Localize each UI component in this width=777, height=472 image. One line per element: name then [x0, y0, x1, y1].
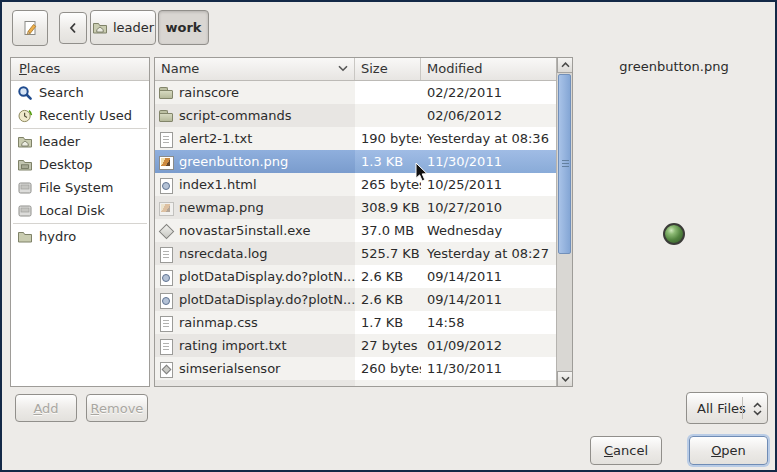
executable-file-icon: [158, 223, 174, 239]
sort-descending-icon: [338, 65, 348, 72]
html-file-icon: [158, 177, 174, 193]
column-header-name[interactable]: Name: [155, 58, 355, 80]
file-type-filter-combo[interactable]: All Files: [686, 392, 768, 424]
type-filename-toggle-button[interactable]: [12, 10, 48, 46]
open-button[interactable]: Open: [689, 436, 768, 465]
file-row[interactable]: rainmap.css 1.7 KB 14:58: [155, 311, 558, 334]
scroll-up-button[interactable]: [557, 58, 573, 73]
sidebar-item-recently-used[interactable]: Recently Used: [11, 104, 149, 127]
sidebar-item-label: Search: [39, 85, 84, 100]
file-row-selected[interactable]: greenbutton.png 1.3 KB 11/30/2011: [155, 150, 558, 173]
mouse-cursor-icon: [415, 162, 429, 183]
file-row[interactable]: rainscore 02/22/2011: [155, 81, 558, 104]
file-list-panel: Name Size Modified rainscore 02/22/2011 …: [154, 57, 573, 387]
column-header-modified[interactable]: Modified: [421, 58, 558, 80]
file-chooser-dialog: leader work Places Search Recently Used: [0, 0, 777, 472]
sidebar-item-leader-home[interactable]: leader: [11, 130, 149, 153]
chevron-down-icon: [561, 376, 570, 382]
chevron-left-icon: [67, 21, 79, 35]
home-folder-icon: [17, 134, 33, 150]
folder-icon: [158, 108, 174, 124]
sidebar-item-file-system[interactable]: File System: [11, 176, 149, 199]
image-file-icon: [158, 154, 174, 170]
scrollbar-thumb[interactable]: [558, 74, 571, 254]
chevron-up-icon: [561, 62, 570, 68]
path-button-label: work: [166, 20, 202, 35]
sensor-file-icon: [158, 361, 174, 377]
sidebar-item-label: Local Disk: [39, 203, 105, 218]
text-file-icon: [158, 315, 174, 331]
sidebar-item-label: hydro: [39, 229, 76, 244]
file-row-clipped: [155, 380, 558, 386]
file-row[interactable]: plotDataDisplay.do?plotN... 2.6 KB 09/14…: [155, 265, 558, 288]
disk-drive-icon: [17, 180, 33, 196]
edit-pencil-icon: [22, 20, 38, 36]
image-file-icon: [158, 200, 174, 216]
file-row[interactable]: newmap.png 308.9 KB 10/27/2010: [155, 196, 558, 219]
html-file-icon: [158, 269, 174, 285]
preview-image-green-button: [663, 223, 685, 245]
text-file-icon: [158, 338, 174, 354]
vertical-scrollbar[interactable]: [556, 58, 572, 386]
sidebar-item-local-disk[interactable]: Local Disk: [11, 199, 149, 222]
html-file-icon: [158, 292, 174, 308]
folder-icon: [17, 229, 33, 245]
sidebar-separator: [13, 223, 147, 224]
column-header-size[interactable]: Size: [355, 58, 421, 80]
home-folder-icon: [92, 20, 108, 36]
path-button-work-current[interactable]: work: [158, 10, 209, 45]
text-file-icon: [158, 131, 174, 147]
sidebar-item-search[interactable]: Search: [11, 81, 149, 104]
file-row[interactable]: index1.html 265 bytes 10/25/2011: [155, 173, 558, 196]
file-row[interactable]: novastar5install.exe 37.0 MB Wednesday: [155, 219, 558, 242]
file-row[interactable]: alert2-1.txt 190 bytes Yesterday at 08:3…: [155, 127, 558, 150]
preview-filename: greenbutton.png: [577, 59, 771, 74]
places-sidebar: Places Search Recently Used leader: [10, 57, 150, 387]
file-rows: rainscore 02/22/2011 script-commands 02/…: [155, 81, 558, 386]
folder-icon: [158, 85, 174, 101]
sidebar-item-label: leader: [39, 134, 80, 149]
sidebar-item-label: File System: [39, 180, 113, 195]
text-file-icon: [158, 246, 174, 262]
preview-pane: greenbutton.png: [577, 57, 771, 392]
file-row[interactable]: simserialsensor 260 bytes 11/30/2011: [155, 357, 558, 380]
sidebar-item-label: Recently Used: [39, 108, 132, 123]
file-row[interactable]: plotDataDisplay.do?plotN... 2.6 KB 09/14…: [155, 288, 558, 311]
places-header: Places: [11, 58, 149, 81]
file-row[interactable]: rating import.txt 27 bytes 01/09/2012: [155, 334, 558, 357]
sidebar-separator: [13, 128, 147, 129]
file-row[interactable]: nsrecdata.log 525.7 KB Yesterday at 08:2…: [155, 242, 558, 265]
sidebar-item-hydro[interactable]: hydro: [11, 225, 149, 248]
scroll-down-button[interactable]: [557, 371, 573, 386]
path-back-button[interactable]: [59, 12, 87, 44]
search-icon: [17, 85, 33, 101]
path-button-leader[interactable]: leader: [90, 10, 156, 45]
file-list-header: Name Size Modified: [155, 58, 558, 81]
add-bookmark-button[interactable]: Add: [15, 394, 77, 422]
file-row[interactable]: script-commands 02/06/2012: [155, 104, 558, 127]
sidebar-item-desktop[interactable]: Desktop: [11, 153, 149, 176]
desktop-folder-icon: [17, 157, 33, 173]
spinner-up-down-icon: [752, 402, 763, 416]
remove-bookmark-button[interactable]: Remove: [86, 394, 148, 422]
sidebar-item-label: Desktop: [39, 157, 93, 172]
cancel-button[interactable]: Cancel: [590, 436, 662, 465]
combo-divider: [742, 397, 743, 419]
disk-drive-icon: [17, 203, 33, 219]
filter-selected-value: All Files: [697, 401, 746, 416]
clock-icon: [17, 108, 33, 124]
path-button-label: leader: [113, 20, 154, 35]
